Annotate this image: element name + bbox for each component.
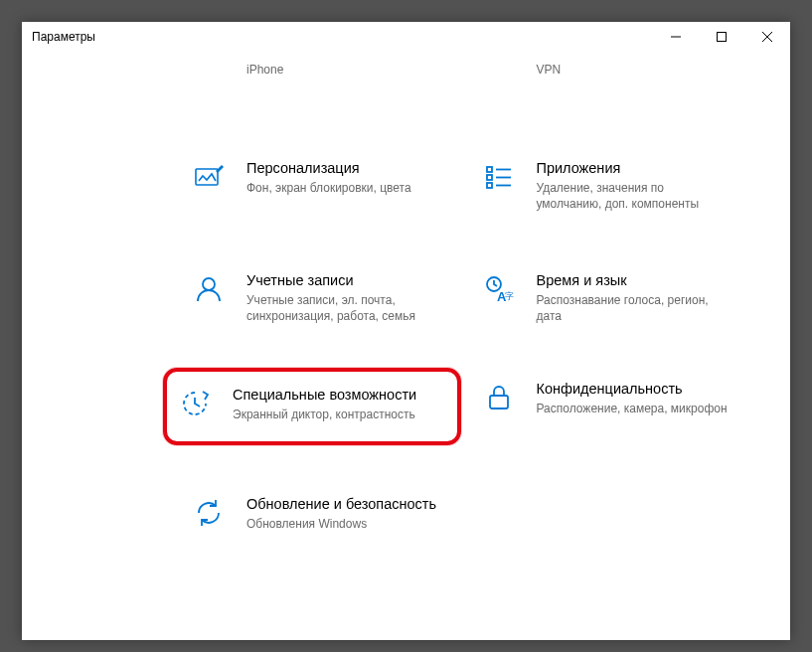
card-desc: Удаление, значения по умолчанию, доп. ко… — [537, 180, 733, 212]
svg-rect-1 — [196, 169, 218, 185]
card-desc: Распознавание голоса, регион, дата — [537, 292, 733, 324]
privacy-icon — [479, 378, 519, 417]
svg-rect-3 — [487, 175, 492, 180]
svg-rect-2 — [487, 167, 492, 172]
update-icon — [189, 493, 229, 533]
card-update-security[interactable]: Обновление и безопасность Обновления Win… — [181, 483, 451, 543]
window-controls — [653, 22, 790, 52]
svg-text:字: 字 — [505, 291, 514, 301]
minimize-button[interactable] — [653, 22, 699, 52]
card-title: Специальные возможности — [233, 386, 449, 405]
card-phone[interactable]: iPhone — [181, 50, 451, 109]
card-time-language[interactable]: A 字 Время и язык Распознавание голоса, р… — [471, 259, 741, 334]
card-title: Приложения — [537, 159, 733, 178]
apps-icon — [479, 157, 519, 197]
card-personalization[interactable]: Персонализация Фон, экран блокировки, цв… — [181, 147, 451, 222]
ease-of-access-icon — [175, 384, 215, 423]
accounts-icon — [189, 269, 229, 309]
svg-rect-0 — [718, 33, 727, 42]
card-title: Обновление и безопасность — [246, 495, 443, 514]
card-desc: VPN — [537, 62, 733, 78]
card-desc: iPhone — [246, 62, 443, 78]
window-title: Параметры — [32, 30, 95, 44]
categories-grid: iPhone VPN Персонали — [52, 52, 760, 580]
settings-window: Параметры iPhone — [22, 22, 790, 640]
card-apps[interactable]: Приложения Удаление, значения по умолчан… — [471, 147, 741, 222]
maximize-button[interactable] — [699, 22, 744, 52]
card-accounts[interactable]: Учетные записи Учетные записи, эл. почта… — [181, 259, 451, 334]
close-button[interactable] — [744, 22, 790, 52]
svg-point-8 — [203, 278, 215, 290]
card-desc: Обновления Windows — [246, 516, 443, 532]
content: iPhone VPN Персонали — [22, 52, 790, 580]
svg-rect-12 — [490, 396, 508, 408]
card-network[interactable]: VPN — [471, 50, 741, 109]
personalization-icon — [189, 157, 229, 197]
card-ease-of-access[interactable]: Специальные возможности Экранный диктор,… — [163, 368, 461, 445]
card-desc: Фон, экран блокировки, цвета — [246, 180, 443, 196]
card-privacy[interactable]: Конфиденциальность Расположение, камера,… — [471, 368, 741, 445]
time-language-icon: A 字 — [479, 269, 519, 309]
card-title: Персонализация — [246, 159, 443, 178]
card-desc: Экранный диктор, контрастность — [233, 407, 449, 422]
card-title: Время и язык — [537, 271, 733, 290]
card-desc: Расположение, камера, микрофон — [537, 401, 733, 416]
card-desc: Учетные записи, эл. почта, синхронизация… — [246, 292, 443, 324]
card-title: Конфиденциальность — [537, 380, 733, 399]
card-title: Учетные записи — [246, 271, 443, 290]
titlebar: Параметры — [22, 22, 790, 52]
svg-rect-4 — [487, 183, 492, 188]
